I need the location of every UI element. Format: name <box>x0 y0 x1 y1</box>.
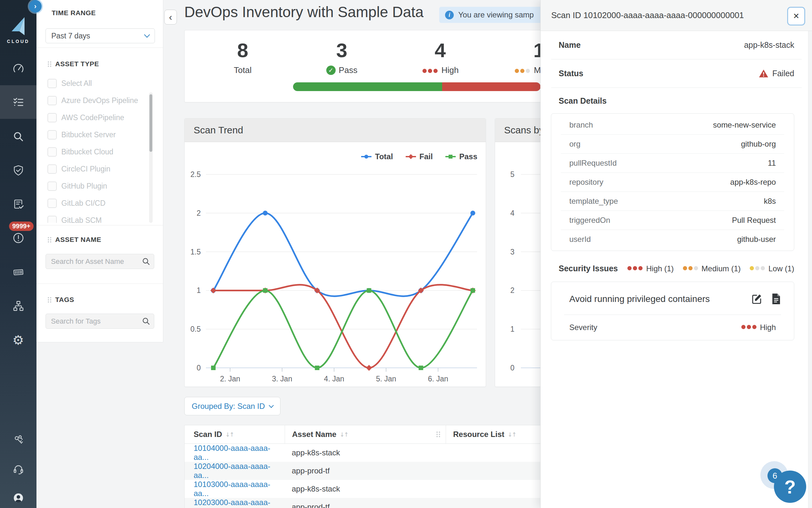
asset-type-option[interactable]: Bitbucket Cloud <box>37 143 154 161</box>
asset-name-label: ASSET NAME <box>55 236 101 244</box>
banner-text: You are viewing samp <box>458 10 534 19</box>
asset-type-option[interactable]: AWS CodePipeline <box>37 109 154 126</box>
asset-type-option[interactable]: GitLab CI/CD <box>37 195 154 212</box>
security-issues-row: Security Issues High (1)Medium (1)Low (1… <box>551 264 802 273</box>
severity-groups: High (1)Medium (1)Low (1) <box>627 264 794 273</box>
alert-circle-icon <box>12 232 25 244</box>
asset-type-option[interactable]: Bitbucket Server <box>37 126 154 143</box>
column-asset-name[interactable]: Asset Name↓↑ <box>285 425 446 443</box>
checkbox-icon[interactable] <box>47 199 57 208</box>
sidebar-item-alerts[interactable] <box>0 228 37 248</box>
security-issue-card: Avoid running privileged containers Seve… <box>551 282 794 340</box>
network-hierarchy-icon <box>12 300 25 312</box>
scan-id-link[interactable]: 10104000-aaaa-aaaa-aa... <box>185 444 285 462</box>
sidebar-item-inventory[interactable] <box>0 92 37 112</box>
asset-type-option[interactable]: Select All <box>37 75 154 92</box>
document-icon[interactable] <box>771 293 781 305</box>
scan-trend-title: Scan Trend <box>185 119 486 142</box>
scan-id-link[interactable]: 10103000-aaaa-aaaa-aa... <box>185 480 285 498</box>
sidebar-item-network[interactable] <box>0 296 37 315</box>
checklist-icon <box>12 96 25 108</box>
gauge-icon <box>12 62 25 75</box>
search-icon <box>12 131 25 143</box>
sidebar-item-compliance[interactable] <box>0 195 37 214</box>
severity-group: Low (1) <box>749 264 794 273</box>
container-icon <box>12 266 25 279</box>
svg-text:0.5: 0.5 <box>190 325 201 333</box>
time-range-select[interactable]: Past 7 days <box>46 29 155 43</box>
asset-type-option[interactable]: Azure DevOps Pipeline <box>37 92 154 109</box>
svg-text:0: 0 <box>197 364 201 372</box>
scan-trend-plot: 00.511.522.52. Jan3. Jan4. Jan5. Jan6. J… <box>185 142 486 387</box>
pass-check-icon: ✓ <box>326 66 336 75</box>
asset-type-option[interactable]: GitLab SCM <box>37 212 154 223</box>
sidebar-item-dashboard[interactable] <box>0 59 37 79</box>
stat-total: 8 Total <box>201 39 285 75</box>
close-panel-button[interactable]: ✕ <box>787 7 805 26</box>
expand-sidebar-button[interactable]: › <box>29 0 42 12</box>
asset-name-search-input[interactable] <box>46 254 154 269</box>
status-row: Status Failed <box>551 59 802 88</box>
scrollbar-thumb[interactable] <box>149 94 152 152</box>
checkbox-icon[interactable] <box>47 79 57 88</box>
search-icon <box>142 257 150 266</box>
scan-id-link[interactable]: 10203000-aaaa-aaaa-aa... <box>185 498 285 508</box>
svg-text:2.5: 2.5 <box>190 170 201 179</box>
scan-detail-row: pullRequestId11 <box>561 154 784 173</box>
checkbox-icon[interactable] <box>47 96 57 105</box>
stat-high: 4 High <box>398 39 482 75</box>
sidebar: CLOUD 9999+ ⚙ <box>0 0 37 508</box>
stat-pass: 3 ✓Pass <box>300 39 384 75</box>
time-range-label: TIME RANGE <box>52 9 96 17</box>
column-scan-id[interactable]: Scan ID↓↑ <box>185 430 285 439</box>
checkbox-icon[interactable] <box>47 147 57 157</box>
tags-search-input[interactable] <box>46 313 154 329</box>
collapse-filters-button[interactable]: ‹ <box>164 10 177 25</box>
svg-text:5. Jan: 5. Jan <box>376 375 396 383</box>
user-avatar-icon <box>12 492 25 504</box>
progress-fail <box>442 82 540 91</box>
scan-details-panel: Scan ID 10102000-aaaa-aaaa-aaaa-00000000… <box>540 0 812 508</box>
asset-type-option[interactable]: CircleCI Plugin <box>37 161 154 178</box>
sidebar-item-support[interactable] <box>0 460 37 479</box>
close-icon: ✕ <box>793 12 800 21</box>
tags-label: TAGS <box>55 296 74 304</box>
scan-id-link[interactable]: 10204000-aaaa-aaaa-aa... <box>185 462 285 480</box>
asset-type-option[interactable]: GitHub Plugin <box>37 178 154 195</box>
edit-icon[interactable] <box>751 293 763 305</box>
panel-header: Scan ID 10102000-aaaa-aaaa-aaaa-00000000… <box>540 0 812 31</box>
help-button[interactable]: ? <box>774 470 806 503</box>
issue-severity-row: Severity High <box>551 315 794 340</box>
grouped-by-button[interactable]: Grouped By: Scan ID <box>184 397 280 415</box>
sort-icon[interactable]: ↓↑ <box>508 431 516 438</box>
sidebar-item-profile[interactable] <box>0 488 37 508</box>
drag-handle-icon[interactable] <box>47 61 52 67</box>
svg-text:5: 5 <box>510 170 515 179</box>
sidebar-item-compute[interactable] <box>0 262 37 282</box>
sidebar-item-settings[interactable]: ⚙ <box>0 330 37 350</box>
drag-handle-icon[interactable] <box>47 237 52 243</box>
sidebar-item-access-keys[interactable] <box>0 431 37 450</box>
checkbox-icon[interactable] <box>47 216 57 223</box>
drag-handle-icon[interactable] <box>47 297 52 303</box>
devops-inventory-page: CLOUD 9999+ ⚙ <box>0 0 812 508</box>
scan-detail-row: template_typek8s <box>561 192 784 211</box>
checkbox-icon[interactable] <box>47 130 57 139</box>
sort-icon[interactable]: ↓↑ <box>225 431 234 438</box>
svg-text:2: 2 <box>197 209 201 217</box>
sort-icon[interactable]: ↓↑ <box>339 431 348 438</box>
keys-icon <box>12 434 25 447</box>
svg-text:4: 4 <box>510 209 515 217</box>
column-drag-handle-icon[interactable] <box>436 431 440 437</box>
checkbox-icon[interactable] <box>47 181 57 191</box>
scan-detail-row: branchsome-new-service <box>561 116 784 135</box>
sidebar-item-search[interactable] <box>0 127 37 146</box>
checkbox-icon[interactable] <box>47 113 57 122</box>
brand-logo[interactable]: CLOUD <box>0 16 37 44</box>
panel-scrollbar[interactable] <box>808 31 812 508</box>
scan-detail-row: orggithub-org <box>561 135 784 154</box>
svg-text:2: 2 <box>510 286 515 295</box>
sidebar-item-security[interactable] <box>0 161 37 180</box>
asset-type-scrollbar[interactable] <box>149 92 153 223</box>
checkbox-icon[interactable] <box>47 164 57 174</box>
